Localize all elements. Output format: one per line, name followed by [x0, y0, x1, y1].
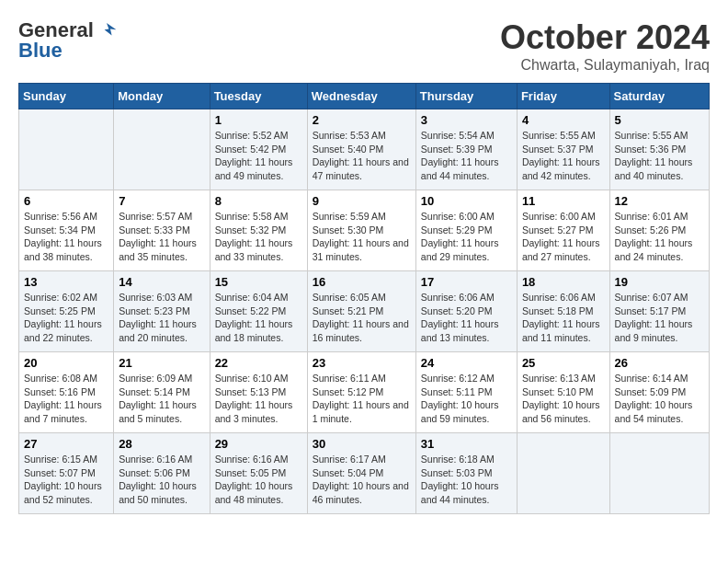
day-info: Sunrise: 5:59 AM Sunset: 5:30 PM Dayligh…: [313, 210, 411, 264]
calendar-cell: 23Sunrise: 6:11 AM Sunset: 5:12 PM Dayli…: [307, 352, 415, 433]
day-info: Sunrise: 5:56 AM Sunset: 5:34 PM Dayligh…: [24, 210, 108, 264]
day-info: Sunrise: 6:11 AM Sunset: 5:12 PM Dayligh…: [313, 372, 411, 426]
day-number: 16: [313, 275, 411, 289]
day-header-thursday: Thursday: [415, 84, 517, 109]
calendar-cell: 10Sunrise: 6:00 AM Sunset: 5:29 PM Dayli…: [415, 190, 517, 271]
day-number: 31: [421, 437, 512, 451]
day-number: 24: [421, 356, 512, 370]
day-number: 20: [24, 356, 108, 370]
calendar-cell: 20Sunrise: 6:08 AM Sunset: 5:16 PM Dayli…: [19, 352, 114, 433]
day-info: Sunrise: 6:00 AM Sunset: 5:27 PM Dayligh…: [522, 210, 605, 264]
calendar-week-row: 6Sunrise: 5:56 AM Sunset: 5:34 PM Daylig…: [19, 190, 710, 271]
day-info: Sunrise: 6:06 AM Sunset: 5:18 PM Dayligh…: [522, 291, 605, 345]
day-header-tuesday: Tuesday: [210, 84, 307, 109]
day-info: Sunrise: 6:15 AM Sunset: 5:07 PM Dayligh…: [24, 453, 108, 507]
calendar-header-row: SundayMondayTuesdayWednesdayThursdayFrid…: [19, 84, 710, 109]
calendar-cell: 27Sunrise: 6:15 AM Sunset: 5:07 PM Dayli…: [19, 433, 114, 514]
day-number: 9: [313, 194, 411, 208]
day-info: Sunrise: 6:05 AM Sunset: 5:21 PM Dayligh…: [313, 291, 411, 345]
day-number: 15: [215, 275, 302, 289]
day-number: 28: [119, 437, 204, 451]
calendar-cell: 13Sunrise: 6:02 AM Sunset: 5:25 PM Dayli…: [19, 271, 114, 352]
calendar-cell: 28Sunrise: 6:16 AM Sunset: 5:06 PM Dayli…: [114, 433, 210, 514]
day-number: 6: [24, 194, 108, 208]
day-number: 22: [215, 356, 302, 370]
calendar-cell: 8Sunrise: 5:58 AM Sunset: 5:32 PM Daylig…: [210, 190, 307, 271]
calendar-cell: 30Sunrise: 6:17 AM Sunset: 5:04 PM Dayli…: [307, 433, 415, 514]
calendar-cell: 26Sunrise: 6:14 AM Sunset: 5:09 PM Dayli…: [609, 352, 709, 433]
calendar-cell: 12Sunrise: 6:01 AM Sunset: 5:26 PM Dayli…: [609, 190, 709, 271]
day-number: 13: [24, 275, 108, 289]
day-number: 10: [421, 194, 512, 208]
day-number: 21: [119, 356, 204, 370]
day-info: Sunrise: 5:54 AM Sunset: 5:39 PM Dayligh…: [421, 129, 512, 183]
day-info: Sunrise: 6:04 AM Sunset: 5:22 PM Dayligh…: [215, 291, 302, 345]
day-number: 5: [615, 113, 704, 127]
day-info: Sunrise: 6:14 AM Sunset: 5:09 PM Dayligh…: [615, 372, 704, 426]
day-info: Sunrise: 5:52 AM Sunset: 5:42 PM Dayligh…: [215, 129, 302, 183]
calendar-cell: 16Sunrise: 6:05 AM Sunset: 5:21 PM Dayli…: [307, 271, 415, 352]
day-info: Sunrise: 6:16 AM Sunset: 5:05 PM Dayligh…: [215, 453, 302, 507]
calendar-cell: 17Sunrise: 6:06 AM Sunset: 5:20 PM Dayli…: [415, 271, 517, 352]
day-number: 23: [313, 356, 411, 370]
svg-marker-0: [105, 23, 117, 36]
day-number: 3: [421, 113, 512, 127]
day-number: 27: [24, 437, 108, 451]
calendar-cell: 31Sunrise: 6:18 AM Sunset: 5:03 PM Dayli…: [415, 433, 517, 514]
calendar-cell: 9Sunrise: 5:59 AM Sunset: 5:30 PM Daylig…: [307, 190, 415, 271]
day-info: Sunrise: 6:08 AM Sunset: 5:16 PM Dayligh…: [24, 372, 108, 426]
day-info: Sunrise: 6:01 AM Sunset: 5:26 PM Dayligh…: [615, 210, 704, 264]
calendar-cell: 29Sunrise: 6:16 AM Sunset: 5:05 PM Dayli…: [210, 433, 307, 514]
calendar-cell: 4Sunrise: 5:55 AM Sunset: 5:37 PM Daylig…: [517, 109, 609, 190]
calendar-cell: 5Sunrise: 5:55 AM Sunset: 5:36 PM Daylig…: [609, 109, 709, 190]
calendar-week-row: 13Sunrise: 6:02 AM Sunset: 5:25 PM Dayli…: [19, 271, 710, 352]
calendar-cell: 2Sunrise: 5:53 AM Sunset: 5:40 PM Daylig…: [307, 109, 415, 190]
calendar-cell: [517, 433, 609, 514]
day-number: 18: [522, 275, 605, 289]
day-number: 1: [215, 113, 302, 127]
calendar-cell: [609, 433, 709, 514]
day-info: Sunrise: 6:10 AM Sunset: 5:13 PM Dayligh…: [215, 372, 302, 426]
day-header-wednesday: Wednesday: [307, 84, 415, 109]
calendar-cell: 7Sunrise: 5:57 AM Sunset: 5:33 PM Daylig…: [114, 190, 210, 271]
calendar-week-row: 1Sunrise: 5:52 AM Sunset: 5:42 PM Daylig…: [19, 109, 710, 190]
day-number: 14: [119, 275, 204, 289]
calendar-cell: 22Sunrise: 6:10 AM Sunset: 5:13 PM Dayli…: [210, 352, 307, 433]
calendar-cell: [19, 109, 114, 190]
calendar-table: SundayMondayTuesdayWednesdayThursdayFrid…: [18, 83, 710, 514]
day-number: 7: [119, 194, 204, 208]
day-number: 8: [215, 194, 302, 208]
calendar-cell: 3Sunrise: 5:54 AM Sunset: 5:39 PM Daylig…: [415, 109, 517, 190]
day-info: Sunrise: 6:02 AM Sunset: 5:25 PM Dayligh…: [24, 291, 108, 345]
calendar-cell: 14Sunrise: 6:03 AM Sunset: 5:23 PM Dayli…: [114, 271, 210, 352]
day-number: 12: [615, 194, 704, 208]
day-number: 17: [421, 275, 512, 289]
calendar-week-row: 20Sunrise: 6:08 AM Sunset: 5:16 PM Dayli…: [19, 352, 710, 433]
day-info: Sunrise: 6:00 AM Sunset: 5:29 PM Dayligh…: [421, 210, 512, 264]
day-number: 26: [615, 356, 704, 370]
calendar-cell: 24Sunrise: 6:12 AM Sunset: 5:11 PM Dayli…: [415, 352, 517, 433]
logo-bird-icon: [96, 19, 118, 41]
day-info: Sunrise: 6:18 AM Sunset: 5:03 PM Dayligh…: [421, 453, 512, 507]
day-info: Sunrise: 5:55 AM Sunset: 5:37 PM Dayligh…: [522, 129, 605, 183]
title-block: October 2024 Chwarta, Sulaymaniyah, Iraq: [500, 18, 710, 74]
day-info: Sunrise: 6:12 AM Sunset: 5:11 PM Dayligh…: [421, 372, 512, 426]
day-header-monday: Monday: [114, 84, 210, 109]
day-info: Sunrise: 6:06 AM Sunset: 5:20 PM Dayligh…: [421, 291, 512, 345]
page-header: General Blue October 2024 Chwarta, Sulay…: [18, 18, 710, 74]
day-info: Sunrise: 6:17 AM Sunset: 5:04 PM Dayligh…: [313, 453, 411, 507]
calendar-cell: 1Sunrise: 5:52 AM Sunset: 5:42 PM Daylig…: [210, 109, 307, 190]
calendar-week-row: 27Sunrise: 6:15 AM Sunset: 5:07 PM Dayli…: [19, 433, 710, 514]
day-number: 2: [313, 113, 411, 127]
calendar-cell: 6Sunrise: 5:56 AM Sunset: 5:34 PM Daylig…: [19, 190, 114, 271]
day-number: 11: [522, 194, 605, 208]
day-info: Sunrise: 5:57 AM Sunset: 5:33 PM Dayligh…: [119, 210, 204, 264]
calendar-cell: 15Sunrise: 6:04 AM Sunset: 5:22 PM Dayli…: [210, 271, 307, 352]
day-header-friday: Friday: [517, 84, 609, 109]
calendar-cell: 19Sunrise: 6:07 AM Sunset: 5:17 PM Dayli…: [609, 271, 709, 352]
calendar-cell: [114, 109, 210, 190]
calendar-cell: 21Sunrise: 6:09 AM Sunset: 5:14 PM Dayli…: [114, 352, 210, 433]
day-number: 30: [313, 437, 411, 451]
day-header-saturday: Saturday: [609, 84, 709, 109]
month-title: October 2024: [500, 18, 710, 57]
